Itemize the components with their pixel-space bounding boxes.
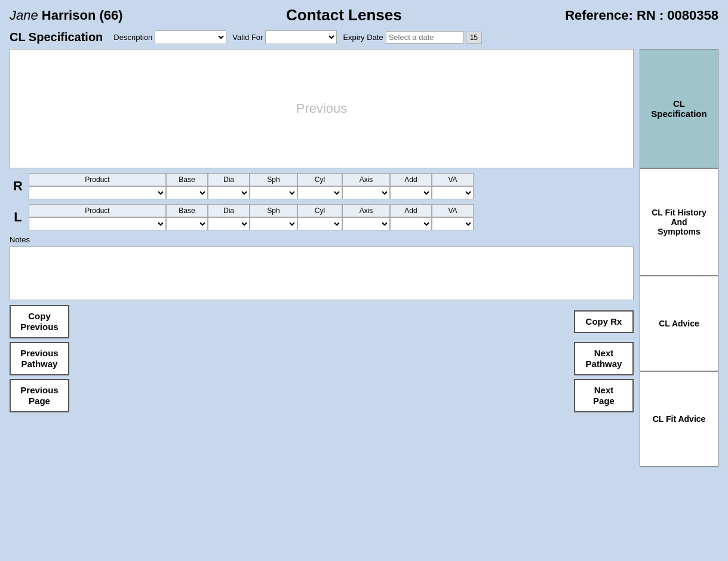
l-va-header: VA xyxy=(432,204,474,217)
previous-display-box: Previous xyxy=(10,49,634,168)
sidebar-item-cl-specification[interactable]: CLSpecification xyxy=(640,49,718,168)
l-va-cell xyxy=(432,217,474,230)
calendar-button[interactable]: 15 xyxy=(466,32,482,44)
l-add-cell xyxy=(390,217,432,230)
expiry-date-label: Expiry Date xyxy=(343,33,383,42)
l-axis-cell xyxy=(342,217,390,230)
l-cyl-header: Cyl xyxy=(297,204,342,217)
patient-name: Jane Harrison (66) xyxy=(10,8,123,23)
bottom-buttons: CopyPrevious Copy Rx PreviousPathway Nex… xyxy=(10,305,634,416)
r-axis-select[interactable] xyxy=(342,186,390,199)
expiry-date-input[interactable] xyxy=(386,31,463,44)
l-sph-cell xyxy=(250,217,297,230)
r-dia-cell xyxy=(208,186,250,199)
page-buttons-row: PreviousPage NextPage xyxy=(10,379,634,412)
l-sph-header: Sph xyxy=(250,204,297,217)
previous-pathway-button[interactable]: PreviousPathway xyxy=(10,342,69,375)
right-eye-label: R xyxy=(10,178,26,194)
toolbar: CL Specification Description Valid For E… xyxy=(0,28,728,49)
l-dia-select[interactable] xyxy=(208,217,250,230)
right-eye-fields: Product Base Dia Sph Cyl Axis Add VA xyxy=(29,173,634,199)
description-select[interactable] xyxy=(155,30,226,44)
left-eye-header-row: Product Base Dia Sph Cyl Axis Add VA xyxy=(29,204,634,217)
r-cyl-cell xyxy=(297,186,342,199)
page-title: Contact Lenses xyxy=(286,6,402,24)
left-eye-select-row xyxy=(29,217,634,230)
valid-for-field-group: Valid For xyxy=(232,30,337,44)
l-cyl-cell xyxy=(297,217,342,230)
reference-number: Reference: RN : 0080358 xyxy=(565,8,718,23)
previous-text: Previous xyxy=(296,101,348,116)
description-field-group: Description xyxy=(113,30,226,44)
r-va-cell xyxy=(432,186,474,199)
r-add-header: Add xyxy=(390,173,432,186)
r-axis-header: Axis xyxy=(342,173,390,186)
r-dia-select[interactable] xyxy=(208,186,250,199)
r-sph-cell xyxy=(250,186,297,199)
sidebar-item-cl-advice[interactable]: CL Advice xyxy=(640,276,718,371)
l-base-cell xyxy=(166,217,208,230)
right-eye-row: R Product Base Dia Sph Cyl Axis Add VA xyxy=(10,173,634,199)
r-base-cell xyxy=(166,186,208,199)
r-axis-cell xyxy=(342,186,390,199)
previous-page-button[interactable]: PreviousPage xyxy=(10,379,69,412)
l-base-select[interactable] xyxy=(166,217,208,230)
l-product-select[interactable] xyxy=(29,217,166,230)
r-product-select[interactable] xyxy=(29,186,166,199)
r-add-cell xyxy=(390,186,432,199)
l-axis-select[interactable] xyxy=(342,217,390,230)
right-eye-select-row xyxy=(29,186,634,199)
r-product-cell xyxy=(29,186,166,199)
notes-label: Notes xyxy=(10,235,634,244)
l-add-select[interactable] xyxy=(390,217,432,230)
sidebar-item-cl-fit-history[interactable]: CL Fit HistoryAndSymptoms xyxy=(640,168,718,276)
right-eye-header-row: Product Base Dia Sph Cyl Axis Add VA xyxy=(29,173,634,186)
valid-for-select[interactable] xyxy=(265,30,337,44)
copy-previous-button[interactable]: CopyPrevious xyxy=(10,305,69,338)
l-va-select[interactable] xyxy=(432,217,474,230)
r-add-select[interactable] xyxy=(390,186,432,199)
r-dia-header: Dia xyxy=(208,173,250,186)
patient-first-name: Jane xyxy=(10,8,38,23)
l-product-cell xyxy=(29,217,166,230)
r-va-select[interactable] xyxy=(432,186,474,199)
l-cyl-select[interactable] xyxy=(297,217,342,230)
r-base-select[interactable] xyxy=(166,186,208,199)
notes-textarea[interactable] xyxy=(10,246,634,300)
r-va-header: VA xyxy=(432,173,474,186)
patient-full-name: Harrison (66) xyxy=(42,8,123,23)
r-cyl-select[interactable] xyxy=(297,186,342,199)
left-eye-section: L Product Base Dia Sph Cyl Axis Add VA xyxy=(10,204,634,230)
r-base-header: Base xyxy=(166,173,208,186)
cl-spec-label: CL Specification xyxy=(10,30,103,44)
l-axis-header: Axis xyxy=(342,204,390,217)
content-area: Previous R Product Base Dia Sph Cyl Axis… xyxy=(10,49,634,544)
r-sph-select[interactable] xyxy=(250,186,297,199)
notes-section: Notes xyxy=(10,235,634,300)
r-sph-header: Sph xyxy=(250,173,297,186)
pathway-buttons-row: PreviousPathway NextPathway xyxy=(10,342,634,375)
left-eye-row: L Product Base Dia Sph Cyl Axis Add VA xyxy=(10,204,634,230)
r-product-header: Product xyxy=(29,173,166,186)
header: Jane Harrison (66) Contact Lenses Refere… xyxy=(0,0,728,28)
l-product-header: Product xyxy=(29,204,166,217)
l-base-header: Base xyxy=(166,204,208,217)
copy-buttons-row: CopyPrevious Copy Rx xyxy=(10,305,634,338)
right-sidebar: CLSpecification CL Fit HistoryAndSymptom… xyxy=(640,49,718,544)
left-eye-fields: Product Base Dia Sph Cyl Axis Add VA xyxy=(29,204,634,230)
l-dia-cell xyxy=(208,217,250,230)
main-layout: Previous R Product Base Dia Sph Cyl Axis… xyxy=(0,49,728,544)
left-eye-label: L xyxy=(10,209,26,225)
l-add-header: Add xyxy=(390,204,432,217)
copy-rx-button[interactable]: Copy Rx xyxy=(574,310,634,333)
l-dia-header: Dia xyxy=(208,204,250,217)
right-eye-section: R Product Base Dia Sph Cyl Axis Add VA xyxy=(10,173,634,199)
r-cyl-header: Cyl xyxy=(297,173,342,186)
expiry-date-field-group: Expiry Date 15 xyxy=(343,31,482,44)
description-label: Description xyxy=(113,33,152,42)
l-sph-select[interactable] xyxy=(250,217,297,230)
next-pathway-button[interactable]: NextPathway xyxy=(574,342,634,375)
next-page-button[interactable]: NextPage xyxy=(574,379,634,412)
sidebar-item-cl-fit-advice[interactable]: CL Fit Advice xyxy=(640,371,718,467)
valid-for-label: Valid For xyxy=(232,33,263,42)
